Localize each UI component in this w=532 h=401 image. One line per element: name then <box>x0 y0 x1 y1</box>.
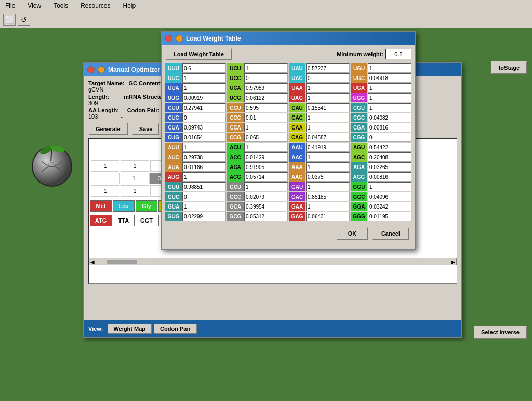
codon-weight-value[interactable]: 0.03265 <box>368 162 411 172</box>
codon-weight-value[interactable]: 0 <box>182 113 226 122</box>
manual-optimizer-min[interactable] <box>98 66 105 73</box>
codon-weight-value[interactable]: 0.01 <box>244 113 288 122</box>
codon-weight-value[interactable]: 0.27941 <box>182 103 226 112</box>
codon-weight-value[interactable]: 0.02299 <box>182 212 226 221</box>
codon-weight-value[interactable]: 1 <box>244 63 288 73</box>
codon-weight-value[interactable]: 0.01195 <box>368 212 411 221</box>
codon-weight-value[interactable]: 1 <box>306 152 350 162</box>
codon-weight-value[interactable]: 0.54422 <box>368 143 411 152</box>
min-weight-input[interactable] <box>385 49 411 59</box>
codon-weight-value[interactable]: 1 <box>244 123 288 132</box>
codon-weight-value[interactable]: 1 <box>182 83 226 93</box>
codon-weight-value[interactable]: 1 <box>244 182 288 191</box>
codon-weight-value[interactable]: 0.09743 <box>182 123 226 132</box>
weight-cell[interactable]: 1 <box>91 160 119 172</box>
codon-weight-value[interactable]: 0.01429 <box>244 152 288 162</box>
codon-weight-value[interactable]: 0.15541 <box>306 103 350 112</box>
codon-weight-value[interactable]: 0.03242 <box>368 202 411 211</box>
codon-weight-value[interactable]: 0.595 <box>244 103 288 112</box>
cancel-button[interactable]: Cancel <box>372 227 409 240</box>
codon-weight-value[interactable]: 1 <box>306 123 350 132</box>
codon-weight-value[interactable]: 0 <box>306 73 350 83</box>
codon-weight-value[interactable]: 0 <box>368 133 411 142</box>
codon-weight-value[interactable]: 0 <box>182 192 226 201</box>
codon-weight-value[interactable]: 0.05714 <box>244 172 288 182</box>
aa-label-leu: Leu <box>113 200 135 212</box>
codon-weight-value[interactable]: 0.00919 <box>182 93 226 102</box>
weight-cell[interactable]: 1 <box>91 185 119 197</box>
toolbar-btn-1[interactable]: ⬜ <box>3 14 16 26</box>
codon-weight-value[interactable]: 0.04082 <box>368 113 411 122</box>
codon-weight-value[interactable]: 1 <box>306 83 350 93</box>
codon-weight-row: UCU1 <box>227 63 288 73</box>
codon-weight-value[interactable]: 0.04096 <box>368 192 411 201</box>
codon-weight-value[interactable]: 1 <box>368 63 411 73</box>
codon-weight-value[interactable]: 1 <box>368 103 411 112</box>
scroll-left-arrow[interactable]: ◀ <box>89 259 96 265</box>
codon-weight-value[interactable]: 1 <box>182 172 226 182</box>
codon-weight-value[interactable]: 0 <box>244 73 288 83</box>
tostage-button[interactable]: toStage <box>491 61 527 74</box>
codon-weight-value[interactable]: 0.06431 <box>306 212 350 221</box>
codon-weight-value[interactable]: 1 <box>368 83 411 93</box>
codon-weight-value[interactable]: 0.065 <box>244 133 288 142</box>
menu-help[interactable]: Help <box>121 1 138 10</box>
menu-view[interactable]: View <box>25 1 43 10</box>
codon-weight-value[interactable]: 1 <box>182 73 226 83</box>
codon-weight-value[interactable]: 0.97959 <box>244 83 288 93</box>
codon-weight-value[interactable]: 0.98851 <box>182 182 226 191</box>
codon-weight-value[interactable]: 0.04587 <box>306 133 350 142</box>
codon-weight-value[interactable]: 0.00816 <box>368 123 411 132</box>
codon-weight-value[interactable]: 0.6 <box>182 63 226 73</box>
codon-weight-value[interactable]: 1 <box>306 93 350 102</box>
codon-weight-value[interactable]: 0.29738 <box>182 152 226 162</box>
codon-weight-value[interactable]: 0.00816 <box>368 172 411 182</box>
codon-weight-value[interactable]: 1 <box>306 162 350 172</box>
codon-pair-button[interactable]: Codon Pair <box>154 324 197 334</box>
save-button[interactable]: Save <box>132 123 160 135</box>
weight-cell[interactable]: 1 <box>121 185 149 197</box>
codon-label: CGG <box>351 133 367 142</box>
codon-weight-value[interactable]: 1 <box>244 143 288 152</box>
codon-label: AGA <box>351 162 367 172</box>
scroll-right-arrow[interactable]: ▶ <box>450 259 456 265</box>
menu-resources[interactable]: Resources <box>78 1 112 10</box>
select-inverse-button[interactable]: Select Inverse <box>474 326 527 339</box>
ok-button[interactable]: OK <box>337 227 368 240</box>
codon-weight-value[interactable]: 1 <box>182 143 226 152</box>
codon-weight-value[interactable]: 1 <box>182 202 226 211</box>
codon-weight-value[interactable]: 0.06122 <box>244 93 288 102</box>
menu-file[interactable]: File <box>3 1 17 10</box>
codon-weight-value[interactable]: 1 <box>368 182 411 191</box>
codon-weight-value[interactable]: 1 <box>306 182 350 191</box>
codon-weight-value[interactable]: 0.57237 <box>306 63 350 73</box>
manual-optimizer-close[interactable] <box>87 66 95 73</box>
codon-weight-value[interactable]: 0.20408 <box>368 152 411 162</box>
codon-weight-value[interactable]: 0.91905 <box>244 162 288 172</box>
scrollbar-thumb[interactable] <box>106 259 137 264</box>
codon-weight-value[interactable]: 0.02079 <box>244 192 288 201</box>
codon-weight-value[interactable]: 0.41919 <box>306 143 350 152</box>
codon-weight-value[interactable]: 1 <box>306 202 350 211</box>
menu-tools[interactable]: Tools <box>51 1 70 10</box>
codon-weight-value[interactable]: 0.39954 <box>244 202 288 211</box>
codon-weight-value[interactable]: 0.01166 <box>182 162 226 172</box>
codon-label: UUC <box>165 73 182 83</box>
toolbar-btn-2[interactable]: ↺ <box>18 14 30 26</box>
codon-weight-value[interactable]: 1 <box>306 113 350 122</box>
load-weight-button[interactable]: Load Weight Table <box>165 48 232 60</box>
codon-weight-value[interactable]: 0.0375 <box>306 172 350 182</box>
codon-weight-value[interactable]: 0.05312 <box>244 212 288 221</box>
codon-weight-value[interactable]: 0.85185 <box>306 192 350 201</box>
weight-cell[interactable]: 1 <box>121 160 149 172</box>
weight-cell[interactable]: 1 <box>119 173 148 184</box>
codon-weight-value[interactable]: 0.01654 <box>182 133 226 142</box>
lwt-close-button[interactable] <box>165 35 172 42</box>
codon-weight-value[interactable]: 0.04918 <box>368 73 411 83</box>
gc-content-value: - <box>132 86 135 93</box>
horizontal-scrollbar[interactable]: ◀ ▶ <box>89 258 457 265</box>
generate-button[interactable]: Generate <box>88 123 128 135</box>
codon-weight-value[interactable]: 1 <box>368 93 411 102</box>
weight-map-button[interactable]: Weight Map <box>108 324 152 334</box>
lwt-min-button[interactable] <box>176 35 183 42</box>
